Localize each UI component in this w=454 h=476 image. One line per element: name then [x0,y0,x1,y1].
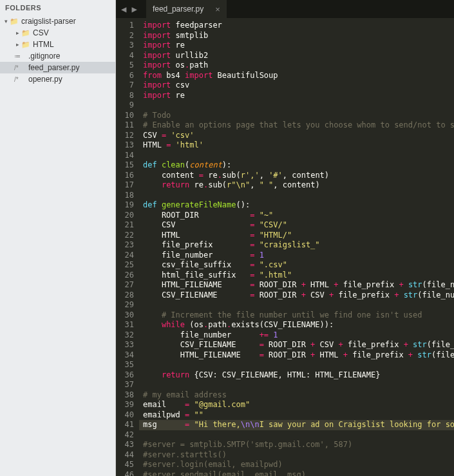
tab-label: feed_parser.py [153,5,203,14]
line-number: 13 [118,140,134,151]
folder-icon [21,41,31,49]
line-number: 7 [118,81,134,91]
code-line: # Increment the file number until we fin… [143,310,454,321]
code-line: from bs4 import BeautifulSoup [143,71,454,81]
line-number: 37 [118,380,134,390]
nav-back-icon[interactable]: ◀ [120,4,128,14]
nav-forward-icon[interactable]: ▶ [130,4,138,14]
line-number: 23 [118,240,134,251]
code-line: import re [143,91,454,101]
line-number: 28 [118,290,134,301]
item-label: .gitignore [28,52,60,61]
code-line: csv_file_suffix = ".csv" [143,260,454,271]
close-icon[interactable]: × [215,5,220,14]
code-line: html_file_suffix = ".html" [143,271,454,281]
folder-icon [9,17,19,26]
code-line [143,151,454,161]
code-line: CSV_FILENAME = ROOT_DIR + CSV + file_pre… [143,290,454,301]
line-number: 40 [118,410,134,421]
code-line: import csv [143,81,454,91]
line-number: 3 [118,41,134,51]
code-line [143,191,454,201]
code-line [143,300,454,310]
line-number: 46 [118,470,134,477]
folder-icon [21,29,31,37]
line-number: 15 [118,160,134,171]
file-type-icon: ≔ [14,53,27,60]
code-line: HTML_FILENAME = ROOT_DIR + HTML + file_p… [143,350,454,361]
line-number: 18 [118,191,134,201]
line-number: 19 [118,200,134,211]
item-label: HTML [33,40,54,49]
line-number: 6 [118,71,134,81]
line-number: 5 [118,61,134,71]
code-line: def clean(content): [143,160,454,171]
code-line: CSV = "CSV/" [143,220,454,231]
tab-file[interactable]: feed_parser.py × [146,0,227,18]
code-line: emailpwd = "" [143,410,454,421]
tab-nav: ◀ ▶ [116,4,142,14]
main: ◀ ▶ feed_parser.py × 1234567891011121314… [116,0,454,476]
code-line: #server.sendmail(email, email, msg) [143,470,454,477]
line-number: 16 [118,171,134,181]
chevron-right-icon: ▸ [14,30,21,36]
sidebar: FOLDERS ▾ craigslist-parser ▸CSV▸HTML≔.g… [0,0,116,476]
code-line: CSV_FILENAME = ROOT_DIR + CSV + file_pre… [143,340,454,350]
line-number: 2 [118,31,134,41]
line-number: 35 [118,360,134,370]
code-line: # Enable an options page that lets you c… [143,120,454,131]
code-line: email = "@gmail.com" [143,400,454,410]
folder-item[interactable]: ▸CSV [0,27,115,39]
sidebar-header: FOLDERS [0,0,115,15]
code-line: import feedparser [143,21,454,31]
code-line [143,380,454,390]
line-number: 42 [118,430,134,441]
code-line: return {CSV: CSV_FILENAME, HTML: HTML_FI… [143,370,454,381]
line-number: 44 [118,450,134,461]
code-line: # my email address [143,390,454,401]
code-line: HTML = "HTML/" [143,231,454,241]
line-number: 31 [118,320,134,330]
line-number: 9 [118,100,134,111]
line-number: 20 [118,211,134,221]
editor[interactable]: 1234567891011121314151617181920212223242… [116,18,454,476]
line-number: 14 [118,151,134,161]
line-number: 45 [118,460,134,470]
code-area[interactable]: import feedparserimport smtplibimport re… [139,18,454,476]
chevron-right-icon: ▸ [14,41,21,48]
line-number: 39 [118,400,134,410]
gutter: 1234567891011121314151617181920212223242… [116,18,139,476]
line-number: 11 [118,120,134,131]
code-line: import os.path [143,61,454,71]
file-item[interactable]: ≔.gitignore [0,50,115,62]
code-line: #server.login(email, emailpwd) [143,460,454,470]
line-number: 36 [118,370,134,381]
code-line: #server.starttls() [143,450,454,461]
line-number: 26 [118,271,134,281]
code-line: file_number = 1 [143,251,454,261]
folder-item[interactable]: ▸HTML [0,39,115,50]
folder-root[interactable]: ▾ craigslist-parser [0,15,115,27]
tabbar: ◀ ▶ feed_parser.py × [116,0,454,18]
code-line: while (os.path.exists(CSV_FILENAME)): [143,320,454,330]
line-number: 30 [118,310,134,321]
item-label: feed_parser.py [28,63,79,72]
line-number: 25 [118,260,134,271]
item-label: opener.py [28,75,62,84]
chevron-down-icon: ▾ [3,18,9,24]
code-line: content = re.sub(r',', '#', content) [143,171,454,181]
file-item[interactable]: /*opener.py [0,73,115,85]
file-type-icon: /* [14,76,27,83]
line-number: 33 [118,340,134,350]
line-number: 4 [118,51,134,61]
line-number: 41 [118,420,134,430]
file-type-icon: /* [14,64,27,71]
line-number: 34 [118,350,134,361]
code-line: # Todo [143,111,454,121]
code-line: CSV = 'csv' [143,131,454,141]
code-line: import re [143,41,454,51]
folder-label: craigslist-parser [21,17,76,26]
code-line: HTML = 'html' [143,140,454,151]
file-item[interactable]: /*feed_parser.py [0,62,115,73]
code-line [143,430,454,441]
